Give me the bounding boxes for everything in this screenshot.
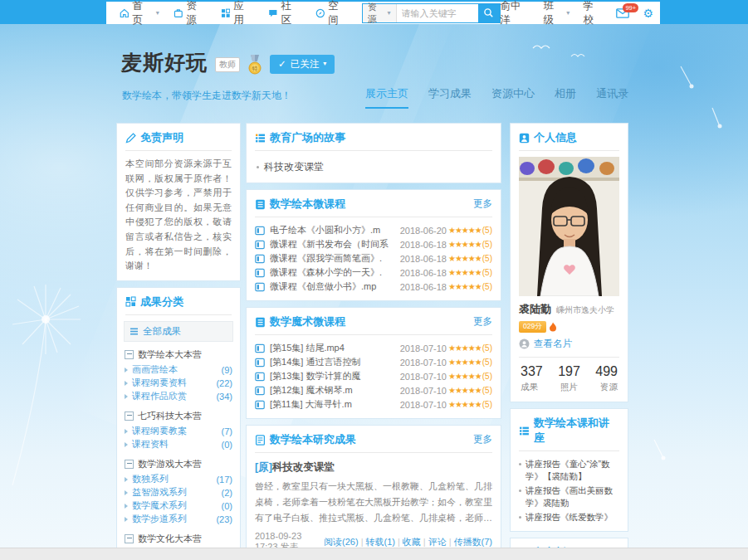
item-count: (7): [222, 426, 232, 436]
briefcase-icon: [174, 8, 183, 18]
lectures-card: 数学绘本课和讲座 讲座报告《童心“涂”数学》【裘陆勤】 讲座报告《画出美丽数学》…: [510, 408, 628, 532]
search-input[interactable]: [397, 4, 478, 22]
sidebar-item[interactable]: 数学步道系列(23): [124, 513, 233, 526]
nav-item-community[interactable]: 社区: [268, 0, 301, 27]
rating-count: (5): [482, 400, 492, 409]
medal-icon: 特: [247, 55, 262, 76]
book-icon: [255, 317, 266, 328]
category-group-header[interactable]: 七巧科技大本营: [124, 406, 233, 425]
tab-resource-center[interactable]: 资源中心: [491, 86, 535, 109]
course-row[interactable]: [第14集] 通过言语控制 2018-07-10 ★★★★★ (5): [255, 355, 492, 369]
pencil-icon: [125, 133, 136, 144]
caret-down-icon: ▾: [388, 10, 391, 17]
category-group: 数学绘本大本营 画画营绘本(9) 课程纲要资料(22) 课程作品欣赏(34): [124, 344, 233, 403]
course-row[interactable]: 微课程《森林小学的一天》. 2018-06-18 ★★★★★ (5): [255, 265, 492, 280]
stat-photos[interactable]: 197 照片: [558, 364, 580, 393]
view-card-link[interactable]: 查看名片: [519, 336, 619, 358]
sidebar-item[interactable]: 画画营绘本(9): [124, 363, 233, 377]
rating-count: (5): [482, 358, 492, 367]
person-circle-icon: [519, 338, 530, 349]
stat-results[interactable]: 337 成果: [521, 364, 543, 393]
sidebar-item[interactable]: 课程纲要资料(22): [124, 377, 233, 390]
nav-item-apps[interactable]: 应用: [221, 0, 254, 27]
personal-info-card: 个人信息 裘陆勤 嵊州市逸夫小学 029分: [510, 123, 628, 402]
sidebar-item[interactable]: 数学魔术系列(0): [124, 499, 233, 513]
search-scope-select[interactable]: 资源 ▾: [363, 4, 397, 22]
space-subtitle: 数学绘本，带领学生走进数学新天地！: [122, 89, 291, 103]
search-button[interactable]: [478, 4, 500, 22]
rating-stars: ★★★★★: [448, 400, 482, 409]
arrow-right-icon: [125, 368, 128, 373]
profile-photo[interactable]: [519, 157, 619, 296]
lecture-link[interactable]: 讲座报告《画出美丽数学》裘陆勤: [519, 484, 619, 510]
settings-gear-icon[interactable]: ⚙: [643, 7, 653, 19]
sidebar-item[interactable]: 课程作品欣赏(34): [124, 390, 233, 403]
course-row[interactable]: 微课程《新书发布会（时间系 2018-06-18 ★★★★★ (5): [255, 237, 492, 251]
caret-down-icon: ▾: [156, 10, 159, 17]
sidebar-item[interactable]: 课程资料(0): [124, 438, 233, 451]
course-row[interactable]: 微课程《跟我学画简笔画》. 2018-06-18 ★★★★★ (5): [255, 251, 492, 265]
stat-resources[interactable]: 499 资源: [595, 364, 618, 393]
course-row[interactable]: [第12集] 魔术钢琴.m 2018-07-10 ★★★★★ (5): [255, 383, 492, 397]
course-row[interactable]: 电子绘本《小圆和小方》.m 2018-06-20 ★★★★★ (5): [255, 223, 492, 237]
category-group: 七巧科技大本营 课程纲要教案(7) 课程资料(0): [124, 406, 233, 451]
caret-down-icon: ▾: [323, 61, 326, 67]
sidebar-item-all-results[interactable]: 全部成果: [124, 321, 233, 342]
tab-album[interactable]: 相册: [555, 86, 576, 109]
nav-item-home[interactable]: 首页 ▾: [120, 0, 159, 27]
school-link[interactable]: 学校: [583, 0, 603, 27]
story-link[interactable]: 科技改变课堂: [255, 157, 492, 176]
more-link[interactable]: 更多: [473, 197, 492, 210]
more-link[interactable]: 更多: [473, 315, 492, 328]
category-group-header[interactable]: 数学绘本大本营: [124, 344, 233, 363]
rating-count: (5): [482, 268, 492, 277]
read-link[interactable]: 阅读(26): [324, 537, 359, 547]
compass-icon: [315, 8, 325, 18]
lecture-link[interactable]: 讲座报告《童心“涂”数学》【裘陆勤】: [519, 457, 619, 484]
collapse-icon: [125, 350, 134, 359]
arrow-right-icon: [125, 477, 128, 482]
sidebar-item[interactable]: 课程纲要教案(7): [124, 425, 233, 438]
rating-count: (5): [482, 226, 492, 235]
nav-item-space[interactable]: 空间: [315, 0, 349, 27]
tab-contacts[interactable]: 通讯录: [596, 86, 628, 109]
category-group-header[interactable]: 数学游戏大本营: [124, 454, 233, 473]
class-menu[interactable]: 班级 ▾: [544, 0, 570, 27]
tab-home[interactable]: 展示主页: [365, 86, 408, 109]
research-title: 数学绘本研究成果: [270, 432, 356, 447]
spread-link[interactable]: 传播数(7): [454, 537, 492, 547]
course-row[interactable]: [第11集] 大海寻针.m 2018-07-10 ★★★★★ (5): [255, 397, 492, 411]
article-title[interactable]: [原]科技改变课堂: [255, 460, 492, 475]
video-file-icon: [255, 372, 265, 382]
repost-link[interactable]: 转载(1): [366, 537, 395, 547]
category-group-header[interactable]: 数学文化大本营: [124, 528, 233, 548]
favorite-link[interactable]: 收藏: [403, 537, 421, 547]
video-file-icon: [255, 282, 265, 292]
video-file-icon: [255, 226, 265, 236]
article-excerpt: 曾经，教室里只有一块大黑板、一根教鞭、几盒粉笔、几排桌椅，老师拿着一枝粉笔在大黑…: [255, 479, 492, 526]
item-count: (0): [222, 440, 232, 450]
follow-button[interactable]: ✓ 已关注 ▾: [270, 55, 335, 74]
tab-learning-results[interactable]: 学习成果: [428, 86, 472, 109]
lecture-link[interactable]: 讲座报告《纸爱数学》: [519, 510, 619, 524]
caret-down-icon: ▾: [566, 10, 570, 17]
video-file-icon: [255, 254, 265, 264]
courses1-title: 数学绘本微课程: [270, 197, 345, 212]
nav-item-resources[interactable]: 资源: [174, 0, 207, 27]
more-link[interactable]: 更多: [473, 433, 492, 446]
collapse-icon: [125, 534, 134, 543]
bullet-icon: [519, 516, 521, 519]
sidebar-item[interactable]: 益智游戏系列(2): [124, 486, 233, 499]
page-tabs: 展示主页 学习成果 资源中心 相册 通讯录: [365, 86, 628, 109]
course-row[interactable]: [第13集] 数学计算的魔 2018-07-10 ★★★★★ (5): [255, 369, 492, 383]
sidebar-item[interactable]: 数独系列(17): [124, 473, 233, 486]
comment-link[interactable]: 评论: [428, 537, 447, 547]
rating-stars: ★★★★★: [448, 386, 482, 395]
messages-button[interactable]: 99+: [616, 8, 629, 18]
picture-book-courses-card: 数学绘本微课程 更多 电子绘本《小圆和小方》.m 2018-06-20 ★★★★…: [246, 189, 501, 301]
rating-count: (5): [482, 386, 492, 395]
arrow-right-icon: [125, 490, 128, 495]
course-row[interactable]: [第15集] 结尾.mp4 2018-07-10 ★★★★★ (5): [255, 341, 492, 355]
user-name-link[interactable]: 俞中洋: [501, 0, 530, 27]
course-row[interactable]: 微课程《创意做小书》.mp 2018-06-18 ★★★★★ (5): [255, 280, 492, 294]
